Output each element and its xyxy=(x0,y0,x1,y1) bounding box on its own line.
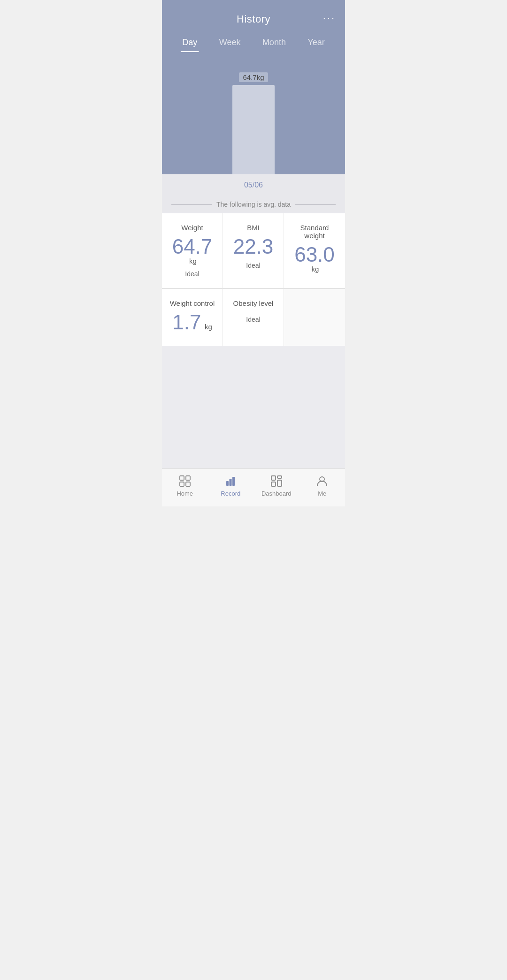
stat-weight: Weight 64.7 kg Ideal xyxy=(162,213,223,288)
avg-text: The following is avg. data xyxy=(216,201,291,208)
stat-bmi-label: BMI xyxy=(230,224,276,232)
nav-home-label: Home xyxy=(177,490,193,497)
stat-weight-label: Weight xyxy=(169,224,215,232)
tab-day[interactable]: Day xyxy=(175,35,205,52)
stat-weight-control-value: 1.7 xyxy=(172,311,201,334)
avg-divider: The following is avg. data xyxy=(162,196,345,213)
svg-rect-7 xyxy=(271,476,276,480)
svg-rect-4 xyxy=(226,481,229,486)
top-bar: History ··· xyxy=(171,8,336,29)
nav-record-label: Record xyxy=(221,490,240,497)
stat-weight-unit: kg xyxy=(189,257,197,265)
svg-rect-0 xyxy=(180,476,184,480)
stat-weight-value: 64.7 xyxy=(172,235,213,258)
nav-dashboard-label: Dashboard xyxy=(261,490,292,497)
nav-me[interactable]: Me xyxy=(306,474,338,497)
divider-line-right xyxy=(295,204,336,205)
svg-rect-10 xyxy=(277,480,282,486)
stat-bmi-value: 22.3 xyxy=(233,235,274,258)
svg-rect-6 xyxy=(232,477,235,486)
stat-weight-status: Ideal xyxy=(169,270,215,278)
bar-container: 64.7kg xyxy=(232,72,275,174)
bar-value-label: 64.7kg xyxy=(239,72,268,82)
stat-standard-weight-value: 63.0 xyxy=(294,243,335,266)
stat-standard-weight: Standard weight 63.0 kg xyxy=(284,213,345,288)
divider-line-left xyxy=(171,204,212,205)
svg-rect-1 xyxy=(186,476,190,480)
stat-standard-weight-unit: kg xyxy=(312,265,319,273)
stat-empty xyxy=(284,289,345,346)
stat-obesity-status: Ideal xyxy=(230,316,276,323)
nav-home[interactable]: Home xyxy=(169,474,201,497)
svg-rect-8 xyxy=(277,476,282,478)
empty-content-area xyxy=(162,346,345,468)
me-icon xyxy=(315,474,329,488)
svg-rect-5 xyxy=(230,479,232,486)
record-icon xyxy=(224,474,237,488)
stat-obesity-label: Obesity level xyxy=(230,299,276,307)
chart-bar xyxy=(232,85,275,174)
svg-rect-3 xyxy=(186,482,190,486)
stat-weight-control: Weight control 1.7 kg xyxy=(162,289,223,346)
tab-week[interactable]: Week xyxy=(212,35,248,52)
stat-standard-weight-label: Standard weight xyxy=(292,224,338,240)
chart-area: 64.7kg xyxy=(171,52,336,174)
stat-weight-control-unit: kg xyxy=(205,323,212,331)
nav-me-label: Me xyxy=(318,490,326,497)
home-icon xyxy=(178,474,192,488)
stat-bmi: BMI 22.3 Ideal xyxy=(223,213,284,288)
bottom-nav: Home Record Dashboard xyxy=(162,468,345,506)
svg-rect-2 xyxy=(180,482,184,486)
tab-month[interactable]: Month xyxy=(255,35,293,52)
more-options-button[interactable]: ··· xyxy=(323,12,336,24)
nav-dashboard[interactable]: Dashboard xyxy=(260,474,293,497)
tab-bar: Day Week Month Year xyxy=(171,29,336,52)
stats-grid-row2: Weight control 1.7 kg Obesity level Idea… xyxy=(162,288,345,346)
stat-weight-control-label: Weight control xyxy=(169,299,215,307)
page-title: History xyxy=(237,13,270,25)
svg-rect-9 xyxy=(271,482,276,486)
stat-bmi-status: Ideal xyxy=(230,262,276,269)
stat-obesity-level: Obesity level Ideal xyxy=(223,289,284,346)
date-label: 05/06 xyxy=(244,181,263,189)
tab-year[interactable]: Year xyxy=(300,35,332,52)
header-area: History ··· Day Week Month Year 64.7kg xyxy=(162,0,345,174)
date-area: 05/06 xyxy=(162,174,345,196)
dashboard-icon xyxy=(270,474,283,488)
nav-record[interactable]: Record xyxy=(214,474,247,497)
stats-grid-row1: Weight 64.7 kg Ideal BMI 22.3 Ideal Stan… xyxy=(162,213,345,288)
